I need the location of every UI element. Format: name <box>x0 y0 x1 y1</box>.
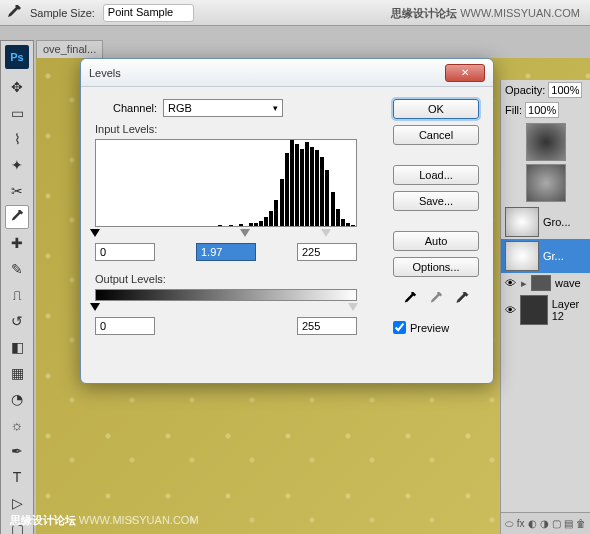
fill-row: Fill: <box>501 100 590 120</box>
save-button[interactable]: Save... <box>393 191 479 211</box>
preview-checkbox[interactable] <box>393 321 406 334</box>
gray-eyedropper-icon[interactable] <box>428 291 444 307</box>
opacity-label: Opacity: <box>505 84 545 96</box>
midtone-slider[interactable] <box>240 229 250 237</box>
eyedropper-tool[interactable] <box>5 205 29 229</box>
layer-thumb-12 <box>520 295 548 325</box>
sample-size-select[interactable]: Point Sample <box>103 4 194 22</box>
pen-tool[interactable]: ✒ <box>5 439 29 463</box>
brush-tool[interactable]: ✎ <box>5 257 29 281</box>
dialog-title: Levels <box>89 67 445 79</box>
document-tab[interactable]: ove_final... <box>36 40 103 58</box>
stamp-tool[interactable]: ⎍ <box>5 283 29 307</box>
layer-label-wave: wave <box>555 277 581 289</box>
fill-input[interactable] <box>525 102 559 118</box>
lasso-tool[interactable]: ⌇ <box>5 127 29 151</box>
fill-label: Fill: <box>505 104 522 116</box>
channel-label: Channel: <box>113 102 157 114</box>
watermark-top-url: WWW.MISSYUAN.COM <box>460 7 580 19</box>
layer-row-wave[interactable]: 👁 ▸ wave <box>501 273 590 293</box>
histogram <box>95 139 357 227</box>
eraser-tool[interactable]: ◧ <box>5 335 29 359</box>
layers-panel: Opacity: Fill: Gro... Gr... 👁 ▸ wave 👁 L… <box>500 80 590 534</box>
watermark-top-text: 思缘设计论坛 <box>391 7 457 19</box>
layer-row-selected[interactable]: Gr... <box>501 239 590 273</box>
watermark-bottom-text: 思缘设计论坛 <box>10 514 76 526</box>
options-button[interactable]: Options... <box>393 257 479 277</box>
folder-new-icon[interactable]: ▢ <box>552 518 561 529</box>
output-black-slider[interactable] <box>90 303 100 311</box>
gradient-tool[interactable]: ▦ <box>5 361 29 385</box>
dodge-tool[interactable]: ☼ <box>5 413 29 437</box>
layer-thumb-1[interactable] <box>526 123 566 161</box>
blur-tool[interactable]: ◔ <box>5 387 29 411</box>
eye-icon-2[interactable]: 👁 <box>505 304 516 316</box>
watermark-top: 思缘设计论坛 WWW.MISSYUAN.COM <box>391 6 580 21</box>
layer-row-gro[interactable]: Gro... <box>501 205 590 239</box>
opacity-input[interactable] <box>548 82 582 98</box>
trash-icon[interactable]: 🗑 <box>576 518 586 529</box>
watermark-bottom-url: WWW.MISSYUAN.COM <box>79 514 199 526</box>
new-layer-icon[interactable]: ▤ <box>564 518 573 529</box>
layers-panel-footer: ⬭ fx ◐ ◑ ▢ ▤ 🗑 <box>501 512 590 534</box>
levels-dialog: Levels ✕ Channel: RGB Input Levels: Ou <box>80 58 494 384</box>
auto-button[interactable]: Auto <box>393 231 479 251</box>
layer-row-12[interactable]: 👁 Layer 12 <box>501 293 590 327</box>
crop-tool[interactable]: ✂ <box>5 179 29 203</box>
link-icon[interactable]: ⬭ <box>505 518 514 530</box>
preview-label: Preview <box>410 322 449 334</box>
input-gamma-field[interactable] <box>196 243 256 261</box>
eyedropper-icon <box>6 5 22 21</box>
layer-thumb-gro <box>505 207 539 237</box>
tools-panel: Ps ✥ ▭ ⌇ ✦ ✂ ✚ ✎ ⎍ ↺ ◧ ▦ ◔ ☼ ✒ T ▷ ▢ <box>0 40 34 534</box>
close-button[interactable]: ✕ <box>445 64 485 82</box>
mask-icon[interactable]: ◐ <box>528 518 537 529</box>
layer-thumb-2[interactable] <box>526 164 566 202</box>
white-point-slider[interactable] <box>321 229 331 237</box>
white-eyedropper-icon[interactable] <box>454 291 470 307</box>
eye-icon[interactable]: 👁 <box>505 277 517 289</box>
folder-icon <box>531 275 551 291</box>
black-point-slider[interactable] <box>90 229 100 237</box>
channel-select[interactable]: RGB <box>163 99 283 117</box>
layer-label-12: Layer 12 <box>552 298 586 322</box>
input-black-field[interactable] <box>95 243 155 261</box>
watermark-bottom: 思缘设计论坛 WWW.MISSYUAN.COM <box>10 513 199 528</box>
wand-tool[interactable]: ✦ <box>5 153 29 177</box>
input-slider-track[interactable] <box>95 229 357 239</box>
layer-thumb-selected <box>505 241 539 271</box>
adjustment-icon[interactable]: ◑ <box>540 518 549 529</box>
opacity-row: Opacity: <box>501 80 590 100</box>
move-tool[interactable]: ✥ <box>5 75 29 99</box>
fx-icon[interactable]: fx <box>517 518 525 529</box>
marquee-tool[interactable]: ▭ <box>5 101 29 125</box>
output-white-field[interactable] <box>297 317 357 335</box>
layer-label-gro: Gro... <box>543 216 571 228</box>
path-tool[interactable]: ▷ <box>5 491 29 515</box>
black-eyedropper-icon[interactable] <box>402 291 418 307</box>
layer-label-gr: Gr... <box>543 250 564 262</box>
output-black-field[interactable] <box>95 317 155 335</box>
output-gradient <box>95 289 357 301</box>
type-tool[interactable]: T <box>5 465 29 489</box>
ok-button[interactable]: OK <box>393 99 479 119</box>
healing-tool[interactable]: ✚ <box>5 231 29 255</box>
output-levels-label: Output Levels: <box>95 273 379 285</box>
input-white-field[interactable] <box>297 243 357 261</box>
input-levels-label: Input Levels: <box>95 123 379 135</box>
dialog-titlebar[interactable]: Levels ✕ <box>81 59 493 87</box>
output-white-slider[interactable] <box>348 303 358 311</box>
cancel-button[interactable]: Cancel <box>393 125 479 145</box>
output-slider-track[interactable] <box>95 303 357 313</box>
load-button[interactable]: Load... <box>393 165 479 185</box>
ps-logo-icon: Ps <box>5 45 29 69</box>
sample-size-label: Sample Size: <box>30 7 95 19</box>
history-brush-tool[interactable]: ↺ <box>5 309 29 333</box>
